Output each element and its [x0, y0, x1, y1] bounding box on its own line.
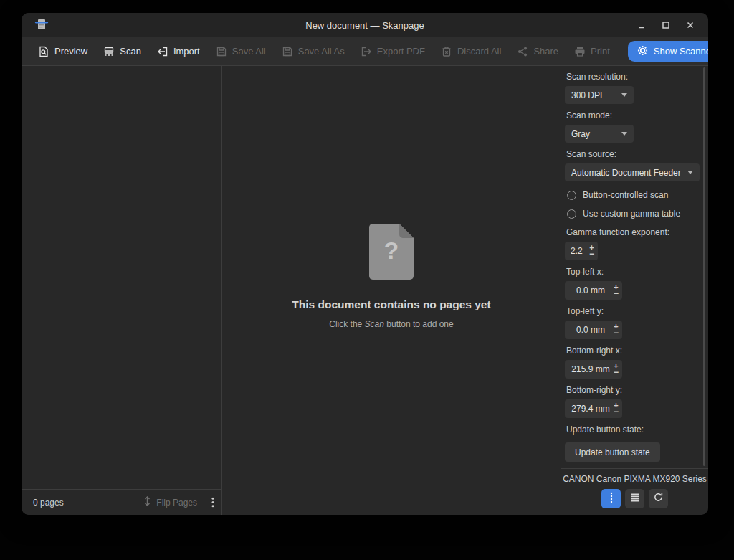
toolbar-button-label: Share: [533, 46, 558, 57]
content-area: 0 pages Flip Pages: [22, 66, 708, 515]
top-left-x-value: 0.0 mm: [571, 285, 611, 295]
device-footer: CANON Canon PIXMA MX920 Series: [561, 468, 708, 515]
unknown-document-icon: ?: [369, 224, 414, 280]
button-controlled-scan-radio[interactable]: Button-controlled scan: [567, 190, 702, 200]
window-title: New document — Skanpage: [22, 20, 708, 31]
bottom-right-x-spinbox[interactable]: 215.9 mm + −: [565, 360, 622, 379]
scanner-device-name: CANON Canon PIXMA MX920 Series: [561, 474, 708, 484]
toolbar-button-label: Print: [591, 46, 610, 57]
dropdown-arrow-icon: [687, 171, 693, 174]
main-toolbar: Preview Scan Import: [22, 37, 708, 66]
gamma-exponent-label: Gamma function exponent:: [566, 227, 702, 237]
scan-source-label: Scan source:: [566, 149, 702, 159]
scan-resolution-dropdown[interactable]: 300 DPI: [565, 86, 634, 104]
option-dots-icon: [610, 492, 613, 506]
spin-decrease-icon[interactable]: −: [614, 369, 619, 376]
pages-list[interactable]: [22, 66, 221, 489]
question-mark-glyph: ?: [369, 237, 414, 265]
export-icon: [361, 46, 372, 57]
toolbar-button-label: Export PDF: [377, 46, 425, 57]
scan-mode-label: Scan mode:: [566, 110, 702, 120]
scanner-options-list: Scan resolution: 300 DPI Scan mode: Gray…: [561, 66, 708, 468]
toolbar-button-label: Save All As: [298, 46, 345, 57]
bottom-right-x-value: 215.9 mm: [571, 364, 611, 374]
share-icon: [517, 46, 528, 57]
save-as-icon: [282, 46, 293, 57]
trash-icon: [441, 46, 452, 57]
toolbar-button-label: Discard All: [457, 46, 501, 57]
titlebar: New document — Skanpage: [22, 13, 708, 37]
use-custom-gamma-radio[interactable]: Use custom gamma table: [567, 209, 702, 219]
toolbar-button-label: Save All: [232, 46, 266, 57]
share-button[interactable]: Share: [509, 41, 566, 62]
scanner-options-panel: Scan resolution: 300 DPI Scan mode: Gray…: [561, 66, 708, 515]
gamma-exponent-spinbox[interactable]: 2.2 + −: [565, 242, 598, 260]
document-view: ? This document contains no pages yet Cl…: [222, 66, 561, 515]
dropdown-arrow-icon: [621, 93, 627, 97]
scan-source-dropdown[interactable]: Automatic Document Feeder: [565, 163, 700, 181]
pages-overflow-menu-button[interactable]: [211, 497, 214, 508]
empty-state-subtitle: Click the Scan button to add one: [292, 319, 490, 329]
options-scrollbar[interactable]: [703, 67, 705, 466]
toolbar-button-label: Import: [173, 46, 200, 57]
scan-source-value: Automatic Document Feeder: [571, 168, 681, 178]
top-left-y-label: Top-left y:: [566, 306, 702, 316]
top-left-x-label: Top-left x:: [566, 267, 702, 277]
print-button[interactable]: Print: [566, 41, 618, 62]
flip-pages-button[interactable]: Flip Pages: [143, 496, 197, 508]
flip-pages-label: Flip Pages: [156, 498, 197, 508]
refresh-icon: [653, 492, 664, 506]
skanpage-app-icon: [34, 19, 49, 32]
minimize-button[interactable]: [637, 20, 647, 30]
top-left-x-spinbox[interactable]: 0.0 mm + −: [565, 281, 622, 300]
radio-circle-icon: [567, 191, 576, 200]
spin-decrease-icon[interactable]: −: [614, 330, 619, 336]
preview-button[interactable]: Preview: [30, 41, 95, 62]
show-scanner-options-button[interactable]: Show Scanner Options: [628, 41, 708, 62]
scan-resolution-label: Scan resolution:: [566, 72, 702, 82]
show-scanner-options-label: Show Scanner Options: [654, 46, 708, 57]
empty-state: ? This document contains no pages yet Cl…: [292, 224, 490, 329]
scan-mode-dropdown[interactable]: Gray: [565, 125, 634, 143]
flip-pages-icon: [143, 496, 151, 508]
button-controlled-scan-label: Button-controlled scan: [583, 190, 668, 200]
top-left-y-spinbox[interactable]: 0.0 mm + −: [565, 321, 622, 339]
save-icon: [216, 46, 227, 57]
import-icon: [157, 46, 168, 57]
pages-status-bar: 0 pages Flip Pages: [22, 489, 221, 515]
all-options-button[interactable]: [625, 489, 644, 508]
gear-icon: [637, 45, 648, 58]
scan-mode-value: Gray: [571, 129, 590, 139]
pages-count: 0 pages: [33, 498, 64, 508]
bottom-right-x-label: Bottom-right x:: [566, 346, 702, 356]
list-lines-icon: [630, 493, 640, 506]
maximize-button[interactable]: [661, 20, 671, 30]
pages-sidebar: 0 pages Flip Pages: [22, 66, 222, 515]
printer-icon: [574, 46, 586, 57]
radio-circle-icon: [567, 209, 576, 219]
bottom-right-y-spinbox[interactable]: 279.4 mm + −: [565, 399, 622, 418]
toolbar-button-label: Preview: [54, 46, 87, 57]
save-all-button[interactable]: Save All: [208, 41, 274, 62]
window-controls: [637, 13, 695, 37]
update-button-state-label: Update button state:: [566, 424, 702, 435]
update-button-state-button[interactable]: Update button state: [565, 442, 660, 462]
bottom-right-y-value: 279.4 mm: [571, 404, 611, 414]
close-button[interactable]: [685, 20, 695, 30]
export-pdf-button[interactable]: Export PDF: [353, 41, 433, 62]
basic-options-button[interactable]: [601, 489, 621, 508]
scan-icon: [103, 46, 115, 57]
save-all-as-button[interactable]: Save All As: [274, 41, 353, 62]
spin-decrease-icon[interactable]: −: [614, 290, 619, 297]
dropdown-arrow-icon: [621, 132, 627, 136]
import-button[interactable]: Import: [149, 41, 208, 62]
top-left-y-value: 0.0 mm: [571, 325, 611, 335]
gamma-exponent-value: 2.2: [571, 246, 586, 256]
skanpage-window: New document — Skanpage Preview: [22, 13, 708, 515]
spin-decrease-icon[interactable]: −: [614, 409, 619, 415]
reload-devices-button[interactable]: [649, 489, 668, 508]
discard-all-button[interactable]: Discard All: [433, 41, 509, 62]
empty-state-title: This document contains no pages yet: [292, 298, 490, 311]
scan-button[interactable]: Scan: [95, 41, 149, 62]
spin-decrease-icon[interactable]: −: [589, 251, 594, 257]
